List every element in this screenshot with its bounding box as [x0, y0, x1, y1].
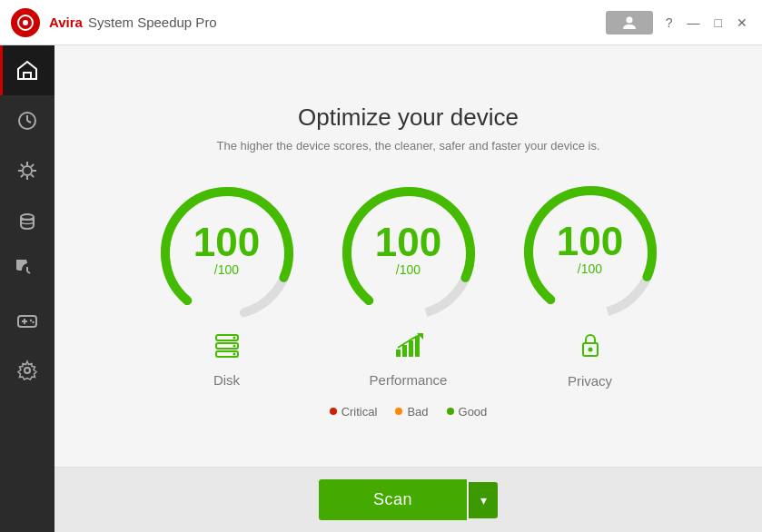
good-dot	[447, 408, 454, 415]
performance-score: 100	[375, 222, 441, 262]
legend-row: Critical Bad Good	[330, 405, 488, 419]
sidebar-item-cleaner[interactable]	[0, 195, 54, 245]
bad-label: Bad	[407, 405, 428, 419]
svg-line-18	[27, 271, 30, 273]
svg-line-14	[21, 174, 24, 177]
bottom-bar: Scan ▾	[54, 467, 762, 532]
window-controls: ? — □ ✕	[662, 14, 751, 32]
performance-max: /100	[375, 262, 441, 277]
gauge-circle-disk: 100 /100	[154, 181, 300, 326]
content-top: Optimize your device The higher the devi…	[54, 45, 762, 467]
legend-bad: Bad	[395, 405, 428, 419]
performance-icon	[394, 333, 423, 365]
svg-point-22	[30, 319, 32, 320]
cleaner-icon	[15, 209, 39, 232]
disk-label: Disk	[213, 372, 240, 388]
svg-rect-1	[24, 73, 31, 79]
svg-line-12	[31, 174, 34, 177]
critical-dot	[330, 408, 337, 415]
svg-point-43	[588, 347, 592, 351]
titlebar: Avira System Speedup Pro ? — □ ✕	[0, 0, 762, 45]
privacy-max: /100	[557, 261, 623, 276]
svg-point-32	[233, 352, 235, 355]
app-logo	[11, 8, 40, 37]
gauge-privacy: 100 /100 Privacy	[518, 180, 663, 389]
page-title: Optimize your device	[298, 103, 519, 132]
svg-point-30	[233, 344, 235, 347]
user-icon	[622, 15, 637, 30]
user-button[interactable]	[606, 11, 653, 34]
svg-point-28	[233, 336, 235, 339]
legend-critical: Critical	[330, 405, 378, 419]
svg-line-5	[27, 121, 31, 123]
sidebar-item-optimizer[interactable]	[0, 145, 54, 195]
games-icon	[15, 309, 39, 332]
privacy-icon	[579, 332, 602, 366]
scan-button[interactable]: Scan	[319, 479, 467, 520]
gauges-row: 100 /100 Disk	[154, 180, 663, 389]
gauge-circle-performance: 100 /100	[336, 181, 481, 326]
svg-line-11	[21, 163, 24, 166]
svg-rect-38	[415, 336, 420, 357]
legend-good: Good	[447, 405, 488, 419]
main-layout: Optimize your device The higher the devi…	[0, 45, 762, 532]
disk-icon	[213, 333, 242, 365]
svg-rect-36	[402, 345, 407, 357]
performance-label: Performance	[370, 372, 448, 388]
sidebar-item-settings[interactable]	[0, 345, 54, 395]
privacy-score: 100	[557, 222, 623, 261]
home-icon	[15, 59, 39, 83]
sidebar	[0, 45, 54, 532]
minimize-button[interactable]: —	[684, 14, 704, 32]
bad-dot	[395, 408, 402, 415]
gauge-performance: 100 /100 Perfo	[336, 181, 481, 388]
svg-point-23	[32, 320, 34, 322]
clock-icon	[15, 109, 39, 133]
svg-point-6	[23, 166, 32, 175]
sidebar-item-history[interactable]	[0, 245, 54, 295]
maximize-button[interactable]: □	[711, 14, 726, 32]
svg-rect-35	[396, 350, 401, 357]
disk-score: 100	[193, 222, 260, 262]
privacy-label: Privacy	[568, 373, 612, 389]
close-button[interactable]: ✕	[733, 14, 751, 32]
svg-point-16	[21, 219, 34, 223]
settings-icon	[15, 359, 39, 382]
sidebar-item-home[interactable]	[0, 45, 54, 95]
svg-rect-37	[409, 340, 413, 357]
svg-point-24	[25, 368, 30, 373]
page-subtitle: The higher the device scores, the cleane…	[216, 139, 599, 153]
disk-max: /100	[193, 262, 260, 277]
app-name: System Speedup Pro	[88, 15, 217, 30]
history-icon	[15, 259, 39, 282]
good-label: Good	[459, 405, 488, 419]
critical-label: Critical	[341, 405, 378, 419]
svg-point-0	[626, 16, 632, 23]
help-button[interactable]: ?	[662, 14, 677, 32]
content-area: Optimize your device The higher the devi…	[54, 45, 762, 532]
gauge-center-disk: 100 /100	[193, 222, 260, 277]
scan-dropdown-button[interactable]: ▾	[469, 482, 498, 518]
sidebar-item-clock[interactable]	[0, 95, 54, 145]
sidebar-item-games[interactable]	[0, 295, 54, 345]
optimizer-icon	[15, 159, 39, 182]
brand-name: Avira	[49, 15, 83, 30]
svg-line-13	[31, 163, 34, 166]
gauge-circle-privacy: 100 /100	[518, 180, 663, 325]
gauge-center-performance: 100 /100	[375, 222, 441, 277]
gauge-disk: 100 /100 Disk	[154, 181, 300, 388]
gauge-center-privacy: 100 /100	[557, 222, 623, 276]
